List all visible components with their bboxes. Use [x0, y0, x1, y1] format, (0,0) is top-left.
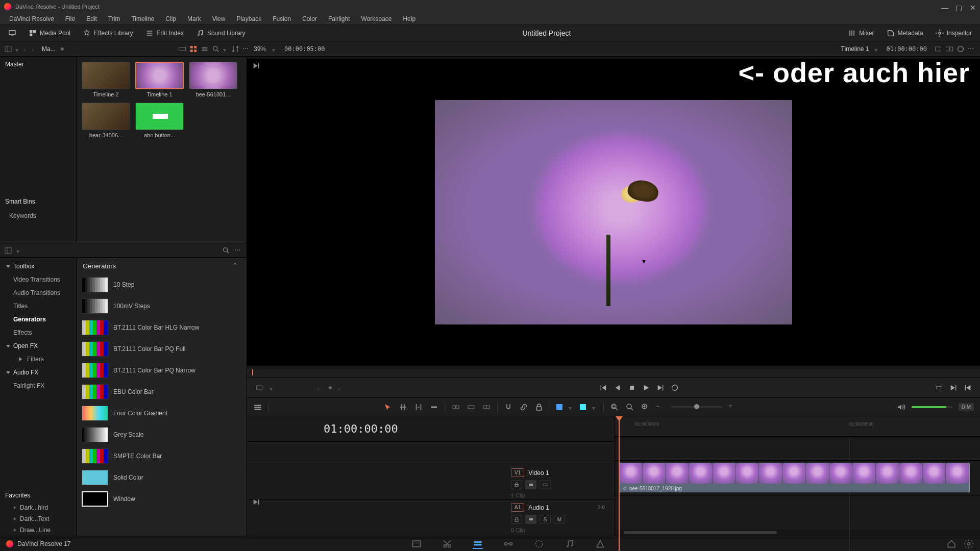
menu-playback[interactable]: Playback [231, 14, 266, 24]
mute-button[interactable]: M [554, 515, 565, 524]
search-icon[interactable] [222, 246, 230, 255]
generator-item[interactable]: 100mV Steps [77, 295, 247, 317]
insert-icon[interactable] [451, 403, 460, 412]
skip-end-icon[interactable] [252, 498, 260, 505]
chevron-down-icon[interactable]: ▾ [270, 385, 275, 390]
skip-forward-icon[interactable] [949, 384, 958, 392]
media-pool-tab[interactable]: Media Pool [24, 27, 75, 39]
replace-icon[interactable] [482, 403, 491, 412]
inspector-tab[interactable]: Inspector [932, 27, 976, 39]
lock-track-icon[interactable] [511, 515, 522, 524]
clip-thumb[interactable]: bear-34006... [82, 103, 130, 138]
video-transitions-nav[interactable]: Video Transitions [0, 273, 76, 286]
zoom-slider[interactable] [671, 406, 722, 408]
volume-slider[interactable] [912, 406, 952, 408]
audiofx-group[interactable]: Audio FX [0, 366, 76, 379]
nav-forward-icon[interactable]: › [32, 46, 37, 52]
play-icon[interactable] [642, 384, 650, 392]
generator-item[interactable]: Solid Color [77, 467, 247, 488]
toolbox-group[interactable]: Toolbox [0, 260, 76, 273]
home-icon[interactable] [946, 539, 957, 549]
stop-icon[interactable] [628, 384, 636, 392]
menu-mark[interactable]: Mark [182, 14, 206, 24]
menu-edit[interactable]: Edit [81, 14, 102, 24]
chevron-down-icon[interactable]: ▾ [569, 405, 574, 410]
sound-library-tab[interactable]: Sound Library [192, 27, 250, 39]
arrow-tool-icon[interactable] [383, 403, 393, 412]
bypass-icon[interactable] [957, 45, 965, 53]
skip-end-icon[interactable] [252, 62, 260, 69]
generator-item[interactable]: Window [77, 488, 247, 510]
dual-viewer-icon[interactable] [945, 45, 953, 53]
maximize-button[interactable]: ▢ [955, 4, 962, 10]
keywords-bin[interactable]: Keywords [0, 209, 76, 222]
more-icon[interactable]: ⋯ [242, 45, 251, 53]
trim-tool-icon[interactable] [399, 403, 408, 412]
cut-page-icon[interactable] [442, 539, 452, 549]
chevron-down-icon[interactable]: ▾ [16, 248, 21, 253]
video-clip[interactable]: bee-5618012_1920.jpg [619, 463, 970, 492]
master-bin[interactable]: Master [0, 57, 76, 72]
in-out-icon[interactable] [935, 384, 943, 392]
flag-cyan-icon[interactable] [580, 404, 586, 410]
search-icon[interactable] [212, 45, 220, 53]
zoom-out-icon[interactable]: − [656, 403, 665, 412]
collapse-icon[interactable]: ⌃ [232, 262, 240, 270]
generator-item[interactable]: BT.2111 Color Bar HLG Narrow [77, 317, 247, 338]
list-view-icon[interactable] [201, 45, 209, 53]
generator-item[interactable]: SMPTE Color Bar [77, 445, 247, 467]
audio-transitions-nav[interactable]: Audio Transitions [0, 286, 76, 299]
clip-thumb[interactable]: Timeline 1 [135, 62, 184, 97]
favorite-item[interactable]: ✦Dark...hird [0, 502, 76, 513]
monitor-icon[interactable] [4, 27, 20, 39]
chevron-down-icon[interactable]: ▾ [272, 46, 277, 52]
chevron-down-icon[interactable]: ▾ [15, 46, 20, 52]
lock-track-icon[interactable] [511, 480, 522, 489]
timeline-ruler[interactable]: 01:00:00:00 01:00:02:00 01:00:04:00 [615, 416, 980, 437]
timeline-selector[interactable]: Timeline 1 [839, 45, 871, 53]
zoom-fit-icon[interactable] [610, 403, 619, 412]
openfx-group[interactable]: Open FX [0, 339, 76, 353]
prev-edit-icon[interactable]: ‹ [317, 385, 323, 390]
auto-select-icon[interactable] [525, 515, 536, 524]
chevron-down-icon[interactable]: ▾ [592, 405, 597, 410]
generator-item[interactable]: Grey Scale [77, 424, 247, 445]
menu-trim[interactable]: Trim [103, 14, 126, 24]
more-icon[interactable]: ⋯ [234, 246, 242, 255]
nav-back-icon[interactable]: ‹ [23, 46, 29, 52]
sidebar-toggle-icon[interactable] [4, 45, 12, 53]
fairlight-page-icon[interactable] [565, 539, 575, 549]
go-end-icon[interactable] [656, 384, 665, 392]
mixer-tab[interactable]: Mixer [844, 27, 878, 39]
menu-help[interactable]: Help [398, 14, 421, 24]
menu-view[interactable]: View [207, 14, 231, 24]
generator-item[interactable]: BT.2111 Color Bar PQ Full [77, 338, 247, 360]
sort-icon[interactable] [231, 45, 239, 53]
single-viewer-icon[interactable] [934, 45, 942, 53]
bin-dropdown[interactable]: Ma... [40, 45, 58, 53]
gear-icon[interactable] [964, 539, 974, 549]
menu-clip[interactable]: Clip [160, 14, 181, 24]
strip-view-icon[interactable] [178, 45, 186, 53]
solo-button[interactable]: S [540, 515, 551, 524]
timeline-scrollbar[interactable] [615, 530, 980, 536]
viewer-canvas[interactable]: ▾ [247, 59, 980, 366]
dim-badge[interactable]: DIM [959, 403, 974, 411]
edit-page-icon[interactable] [473, 539, 483, 549]
custom-zoom-icon[interactable] [641, 403, 650, 412]
sidebar-toggle-icon[interactable] [4, 246, 12, 255]
filters-nav[interactable]: Filters [0, 353, 76, 366]
generator-item[interactable]: EBU Color Bar [77, 381, 247, 403]
menu-workspace[interactable]: Workspace [356, 14, 397, 24]
go-start-icon[interactable] [599, 384, 607, 392]
chevron-down-icon[interactable]: ▾ [874, 46, 879, 52]
razor-tool-icon[interactable] [429, 403, 438, 412]
next-edit-icon[interactable]: › [338, 385, 343, 390]
prev-frame-icon[interactable] [614, 384, 622, 392]
menu-fairlight[interactable]: Fairlight [323, 14, 355, 24]
zoom-detail-icon[interactable] [625, 403, 634, 412]
menu-fusion[interactable]: Fusion [267, 14, 296, 24]
clip-thumb[interactable]: Timeline 2 [82, 62, 130, 97]
clip-thumb[interactable]: abo button... [135, 103, 184, 138]
v1-badge[interactable]: V1 [511, 468, 524, 477]
